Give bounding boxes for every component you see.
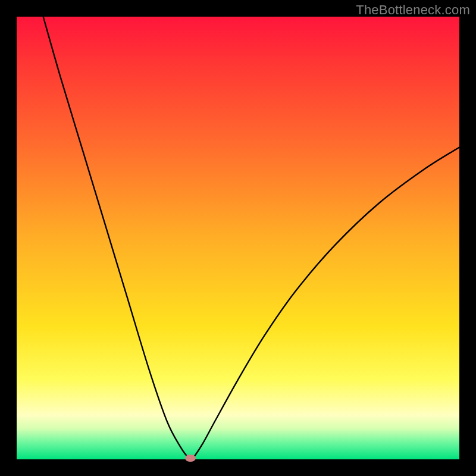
bottleneck-curve bbox=[43, 17, 459, 459]
curve-svg bbox=[17, 17, 459, 459]
plot-area bbox=[17, 17, 459, 459]
optimum-marker bbox=[185, 455, 196, 462]
watermark-text: TheBottleneck.com bbox=[356, 2, 470, 18]
chart-frame: TheBottleneck.com bbox=[0, 0, 476, 476]
